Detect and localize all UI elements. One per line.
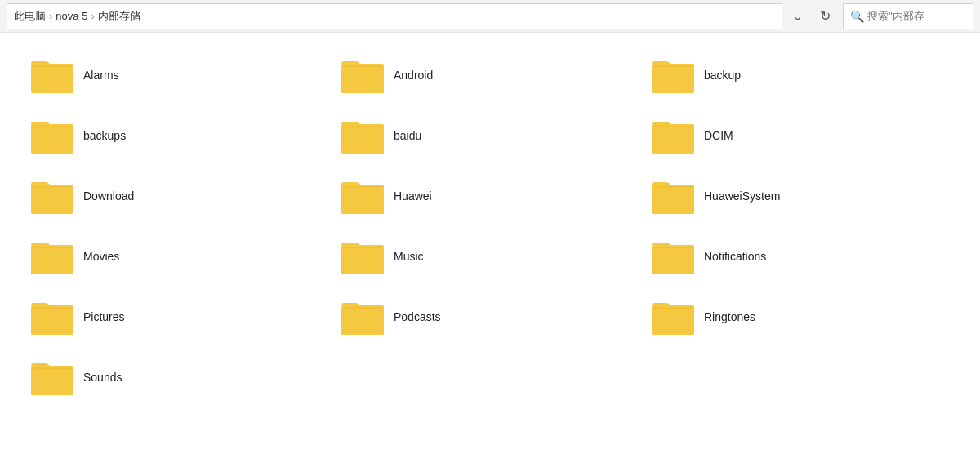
address-bar: 此电脑 › nova 5 › 内部存储 ⌄ ↻ 🔍 — [0, 0, 980, 33]
svg-rect-26 — [652, 188, 694, 214]
folder-item-alarms[interactable]: Alarms — [24, 49, 335, 101]
folder-icon-pictures — [31, 299, 74, 335]
folder-item-ringtones[interactable]: Ringtones — [645, 291, 956, 343]
breadcrumb-sep-1: › — [49, 10, 52, 22]
search-input[interactable] — [867, 10, 965, 22]
folder-icon-download — [31, 178, 74, 214]
svg-rect-35 — [652, 248, 694, 274]
svg-rect-8 — [652, 67, 694, 93]
folder-label-pictures: Pictures — [83, 310, 125, 323]
folder-label-dcim: DCIM — [704, 129, 733, 142]
breadcrumb: 此电脑 › nova 5 › 内部存储 — [7, 3, 782, 29]
folder-icon-sounds — [31, 359, 74, 395]
search-icon: 🔍 — [850, 10, 864, 23]
svg-rect-14 — [341, 127, 384, 154]
folder-icon-music — [341, 238, 384, 274]
folder-icon-dcim — [652, 118, 694, 154]
svg-rect-2 — [31, 67, 74, 93]
folder-label-music: Music — [394, 250, 424, 263]
dropdown-button[interactable]: ⌄ — [784, 3, 810, 29]
search-box: 🔍 — [843, 3, 973, 29]
folder-label-backups: backups — [83, 129, 126, 142]
svg-rect-44 — [652, 309, 694, 335]
folder-item-backup[interactable]: backup — [645, 49, 956, 101]
folder-icon-huaweisystem — [652, 178, 694, 214]
folder-item-baidu[interactable]: baidu — [335, 109, 645, 162]
folder-label-ringtones: Ringtones — [704, 310, 755, 323]
svg-rect-23 — [341, 188, 384, 214]
folder-icon-backup — [652, 57, 694, 93]
folder-item-huawei[interactable]: Huawei — [335, 170, 645, 222]
breadcrumb-pc[interactable]: 此电脑 — [14, 9, 46, 24]
folder-icon-baidu — [341, 118, 384, 154]
folder-label-huaweisystem: HuaweiSystem — [704, 189, 780, 203]
svg-rect-38 — [31, 309, 74, 335]
svg-rect-47 — [31, 369, 74, 395]
folder-label-podcasts: Podcasts — [394, 310, 441, 323]
svg-rect-20 — [31, 188, 74, 214]
folder-label-backup: backup — [704, 69, 741, 82]
refresh-button[interactable]: ↻ — [812, 3, 838, 29]
folder-icon-movies — [31, 238, 74, 274]
folder-item-android[interactable]: Android — [335, 49, 645, 101]
svg-rect-29 — [31, 248, 74, 274]
breadcrumb-nova5[interactable]: nova 5 — [56, 10, 87, 22]
main-content: Alarms Android backup — [0, 33, 980, 463]
folder-label-notifications: Notifications — [704, 250, 766, 263]
folder-label-sounds: Sounds — [83, 371, 122, 384]
folder-label-baidu: baidu — [394, 129, 421, 142]
folder-icon-ringtones — [652, 299, 694, 335]
breadcrumb-sep-2: › — [91, 10, 94, 22]
folder-item-movies[interactable]: Movies — [24, 230, 335, 283]
folder-item-huaweisystem[interactable]: HuaweiSystem — [645, 170, 956, 222]
svg-rect-11 — [31, 127, 74, 154]
svg-rect-5 — [341, 67, 384, 93]
folder-label-android: Android — [394, 69, 433, 82]
folder-item-download[interactable]: Download — [24, 170, 335, 222]
folder-item-pictures[interactable]: Pictures — [24, 291, 335, 343]
svg-rect-41 — [341, 309, 384, 335]
folder-icon-notifications — [652, 238, 694, 274]
folder-icon-backups — [31, 118, 74, 154]
folder-item-dcim[interactable]: DCIM — [645, 109, 956, 162]
svg-rect-32 — [341, 248, 384, 274]
folder-grid: Alarms Android backup — [24, 49, 956, 403]
folder-item-notifications[interactable]: Notifications — [645, 230, 956, 283]
folder-icon-alarms — [31, 57, 74, 93]
folder-icon-podcasts — [341, 299, 384, 335]
folder-item-music[interactable]: Music — [335, 230, 645, 283]
folder-label-movies: Movies — [83, 250, 119, 263]
folder-label-alarms: Alarms — [83, 69, 119, 82]
folder-item-podcasts[interactable]: Podcasts — [335, 291, 645, 343]
folder-label-huawei: Huawei — [394, 189, 432, 203]
folder-label-download: Download — [83, 189, 134, 203]
svg-rect-17 — [652, 127, 694, 154]
folder-icon-huawei — [341, 178, 384, 214]
folder-item-backups[interactable]: backups — [24, 109, 335, 162]
breadcrumb-storage[interactable]: 内部存储 — [98, 9, 140, 24]
folder-icon-android — [341, 57, 384, 93]
folder-item-sounds[interactable]: Sounds — [24, 351, 335, 403]
